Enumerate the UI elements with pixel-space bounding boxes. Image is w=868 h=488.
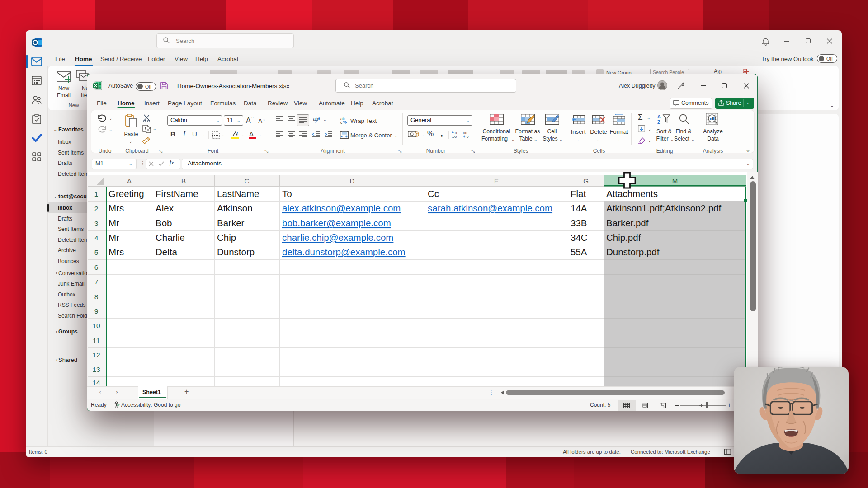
- svg-text:13: 13: [92, 366, 100, 373]
- svg-text:Dunstorp: Dunstorp: [217, 247, 255, 257]
- svg-text:C: C: [245, 177, 250, 185]
- svg-text:charlie.chip@example.com: charlie.chip@example.com: [282, 232, 393, 243]
- svg-text:FirstName: FirstName: [156, 188, 198, 199]
- svg-text:Barker.pdf: Barker.pdf: [606, 218, 649, 228]
- svg-text:Atkinson1.pdf;Atkinson2.pdf: Atkinson1.pdf;Atkinson2.pdf: [606, 203, 721, 213]
- svg-text:M: M: [672, 177, 678, 185]
- svg-text:Mr: Mr: [108, 218, 119, 228]
- svg-text:LastName: LastName: [217, 188, 259, 199]
- svg-text:Bob: Bob: [156, 218, 172, 228]
- svg-text:Charlie: Charlie: [156, 232, 185, 243]
- svg-text:A: A: [127, 177, 132, 185]
- svg-text:12: 12: [92, 351, 100, 359]
- svg-text:5: 5: [94, 249, 99, 256]
- svg-text:Z: Z: [657, 119, 660, 125]
- svg-text:14: 14: [92, 379, 100, 386]
- svg-text:Attachments: Attachments: [606, 188, 658, 199]
- svg-text:2: 2: [94, 205, 99, 212]
- svg-text:Mrs: Mrs: [108, 203, 124, 213]
- svg-text:Atkinson: Atkinson: [217, 203, 253, 213]
- svg-text:E: E: [494, 177, 499, 185]
- svg-text:D: D: [350, 177, 355, 185]
- svg-text:alex.atkinson@example.com: alex.atkinson@example.com: [282, 203, 401, 213]
- svg-text:Barker: Barker: [217, 218, 245, 228]
- svg-text:B: B: [181, 177, 186, 185]
- svg-text:A: A: [657, 114, 661, 119]
- svg-text:Flat: Flat: [571, 188, 586, 199]
- svg-text:4: 4: [94, 234, 99, 242]
- svg-text:34C: 34C: [571, 232, 588, 243]
- svg-text:ab: ab: [313, 116, 318, 122]
- svg-text:Dunstorp.pdf: Dunstorp.pdf: [606, 247, 660, 257]
- svg-text:Chip: Chip: [217, 232, 236, 243]
- svg-text:To: To: [282, 188, 292, 199]
- svg-text:11: 11: [93, 337, 100, 344]
- svg-text:1: 1: [94, 190, 99, 198]
- svg-text:55A: 55A: [571, 247, 587, 257]
- svg-text:bob.barker@example.com: bob.barker@example.com: [282, 218, 391, 228]
- svg-text:sarah.atkinson@example.com: sarah.atkinson@example.com: [428, 203, 552, 213]
- svg-text:33B: 33B: [571, 218, 587, 228]
- svg-text:Greeting: Greeting: [108, 188, 144, 199]
- svg-text:.00: .00: [452, 135, 457, 138]
- svg-text:6: 6: [94, 263, 99, 271]
- svg-text:Mr: Mr: [108, 232, 119, 243]
- svg-text:9: 9: [94, 307, 99, 315]
- svg-text:Chip.pdf: Chip.pdf: [606, 232, 641, 243]
- svg-text:Cc: Cc: [428, 188, 439, 199]
- svg-text:Mrs: Mrs: [108, 247, 124, 257]
- svg-text:3: 3: [94, 220, 99, 227]
- svg-text:delta.dunstorp@example.com: delta.dunstorp@example.com: [282, 247, 406, 257]
- svg-text:8: 8: [94, 293, 99, 300]
- svg-text:7: 7: [94, 278, 99, 286]
- svg-text:G: G: [583, 177, 589, 185]
- svg-text:Delta: Delta: [156, 247, 177, 257]
- svg-text:Alex: Alex: [156, 203, 174, 213]
- svg-text:14A: 14A: [571, 203, 587, 213]
- svg-text:10: 10: [92, 322, 100, 329]
- svg-text:0: 0: [467, 135, 469, 138]
